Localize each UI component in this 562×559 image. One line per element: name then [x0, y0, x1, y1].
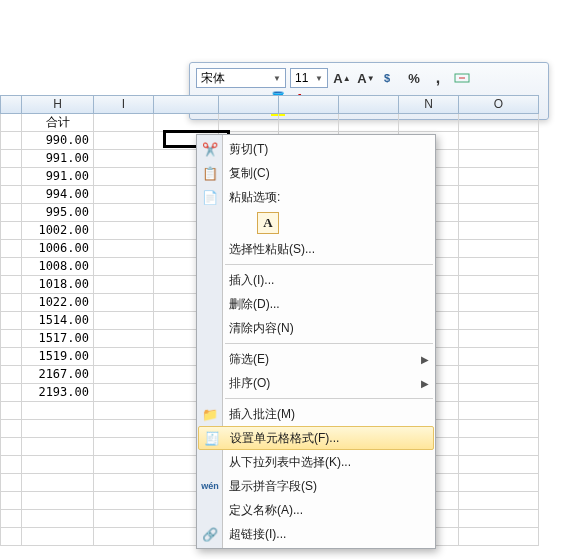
column-header[interactable]: H [22, 95, 94, 114]
row-header[interactable] [0, 222, 22, 240]
cell[interactable] [94, 222, 154, 240]
cell[interactable] [459, 492, 539, 510]
column-header[interactable] [154, 95, 219, 114]
row-header[interactable] [0, 348, 22, 366]
cell[interactable] [22, 492, 94, 510]
cell[interactable] [459, 528, 539, 546]
accounting-format-button[interactable]: $ [380, 68, 400, 88]
cell[interactable] [94, 528, 154, 546]
font-name-dropdown[interactable]: 宋体 ▼ [196, 68, 286, 88]
cell[interactable] [459, 384, 539, 402]
cell[interactable]: 1022.00 [22, 294, 94, 312]
cell[interactable] [22, 510, 94, 528]
cell[interactable] [94, 438, 154, 456]
cell[interactable] [22, 438, 94, 456]
cell[interactable] [94, 492, 154, 510]
menu-insert[interactable]: 插入(I)... [197, 268, 435, 292]
row-header[interactable] [0, 258, 22, 276]
menu-phonetic[interactable]: wén 显示拼音字段(S) [197, 474, 435, 498]
row-header[interactable] [0, 114, 22, 132]
column-header[interactable] [219, 95, 279, 114]
cell[interactable]: 合计 [22, 114, 94, 132]
menu-insert-comment[interactable]: 📁 插入批注(M) [197, 402, 435, 426]
cell[interactable] [94, 312, 154, 330]
row-header[interactable] [0, 384, 22, 402]
cell[interactable]: 1018.00 [22, 276, 94, 294]
row-header[interactable] [0, 366, 22, 384]
cell[interactable] [459, 312, 539, 330]
cell[interactable] [94, 258, 154, 276]
cell[interactable] [459, 222, 539, 240]
cell[interactable]: 2193.00 [22, 384, 94, 402]
cell[interactable]: 2167.00 [22, 366, 94, 384]
cell[interactable]: 1008.00 [22, 258, 94, 276]
menu-hyperlink[interactable]: 🔗 超链接(I)... [197, 522, 435, 546]
cell[interactable]: 1514.00 [22, 312, 94, 330]
cell[interactable] [22, 402, 94, 420]
cell[interactable]: 990.00 [22, 132, 94, 150]
cell[interactable]: 1006.00 [22, 240, 94, 258]
menu-format-cells[interactable]: 🧾 设置单元格格式(F)... [198, 426, 434, 450]
cell[interactable] [459, 420, 539, 438]
cell[interactable] [94, 330, 154, 348]
menu-clear-contents[interactable]: 清除内容(N) [197, 316, 435, 340]
row-header[interactable] [0, 456, 22, 474]
row-header[interactable] [0, 186, 22, 204]
cell[interactable] [459, 240, 539, 258]
cell[interactable] [94, 186, 154, 204]
cell[interactable] [459, 510, 539, 528]
cell[interactable]: 991.00 [22, 150, 94, 168]
row-header[interactable] [0, 402, 22, 420]
cell[interactable] [459, 168, 539, 186]
column-header[interactable]: O [459, 95, 539, 114]
row-header[interactable] [0, 420, 22, 438]
cell[interactable] [22, 420, 94, 438]
row-header[interactable] [0, 330, 22, 348]
menu-filter[interactable]: 筛选(E) ▶ [197, 347, 435, 371]
menu-paste-default[interactable]: A [197, 209, 435, 237]
select-all-corner[interactable] [0, 95, 22, 114]
cell[interactable] [94, 168, 154, 186]
cell[interactable] [459, 402, 539, 420]
row-header[interactable] [0, 438, 22, 456]
menu-delete[interactable]: 删除(D)... [197, 292, 435, 316]
cell[interactable] [94, 132, 154, 150]
cell[interactable] [154, 114, 219, 132]
cell[interactable] [22, 456, 94, 474]
cell[interactable] [459, 294, 539, 312]
row-header[interactable] [0, 276, 22, 294]
menu-sort[interactable]: 排序(O) ▶ [197, 371, 435, 395]
cell[interactable] [339, 114, 399, 132]
cell[interactable] [94, 420, 154, 438]
row-header[interactable] [0, 474, 22, 492]
column-header[interactable]: N [399, 95, 459, 114]
cell[interactable] [279, 114, 339, 132]
cell[interactable] [94, 474, 154, 492]
row-header[interactable] [0, 294, 22, 312]
cell[interactable]: 1002.00 [22, 222, 94, 240]
cell[interactable] [459, 438, 539, 456]
cell[interactable] [459, 348, 539, 366]
cell[interactable] [94, 510, 154, 528]
row-header[interactable] [0, 240, 22, 258]
cell[interactable] [459, 132, 539, 150]
row-header[interactable] [0, 312, 22, 330]
cell[interactable] [94, 240, 154, 258]
cell[interactable] [459, 150, 539, 168]
percent-button[interactable]: % [404, 68, 424, 88]
cell[interactable] [94, 150, 154, 168]
menu-paste-special[interactable]: 选择性粘贴(S)... [197, 237, 435, 261]
row-header[interactable] [0, 204, 22, 222]
cell[interactable] [94, 456, 154, 474]
cell[interactable] [459, 114, 539, 132]
cell[interactable] [94, 294, 154, 312]
cell[interactable]: 994.00 [22, 186, 94, 204]
cell[interactable] [459, 456, 539, 474]
cell[interactable] [94, 348, 154, 366]
cell[interactable] [219, 114, 279, 132]
cell[interactable] [94, 402, 154, 420]
cell[interactable] [459, 330, 539, 348]
row-header[interactable] [0, 168, 22, 186]
menu-pick-from-list[interactable]: 从下拉列表中选择(K)... [197, 450, 435, 474]
cell[interactable] [459, 204, 539, 222]
